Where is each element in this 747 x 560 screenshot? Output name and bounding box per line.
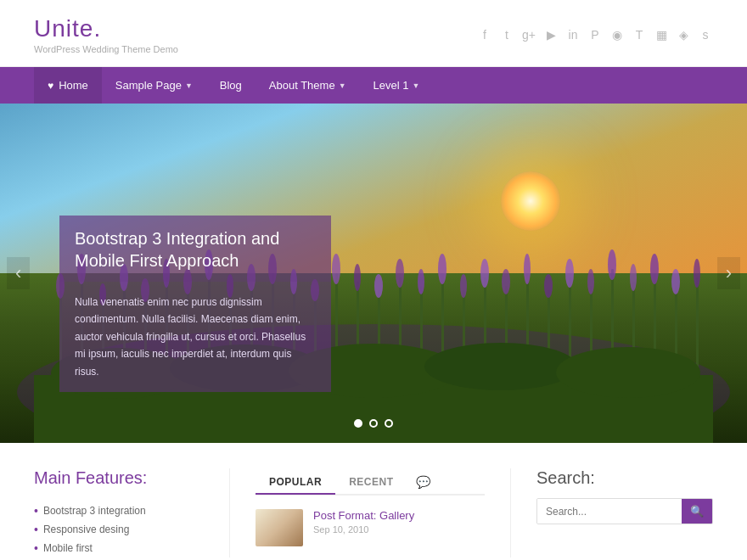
nav-label-level1: Level 1 [374, 79, 409, 92]
tab-recent[interactable]: RECENT [335, 469, 407, 495]
post-title[interactable]: Post Format: Gallery [313, 509, 414, 522]
site-logo[interactable]: Unite. [34, 15, 178, 42]
facebook-icon[interactable]: f [477, 28, 492, 42]
dropdown-arrow-sample: ▼ [185, 81, 193, 90]
pinterest-icon[interactable]: P [587, 28, 603, 42]
features-list: Bootstrap 3 integration Responsive desin… [34, 501, 204, 557]
post-item: Post Format: Gallery Sep 10, 2010 [256, 509, 485, 546]
svg-point-34 [396, 259, 404, 288]
svg-point-52 [587, 269, 594, 294]
slider-next-button[interactable]: › [717, 257, 740, 289]
tumblr-icon[interactable]: T [632, 28, 647, 42]
nav-item-about-theme[interactable]: About Theme ▼ [256, 67, 360, 104]
hero-desc-box: Nulla venenatis enim nec purus dignissim… [59, 282, 331, 392]
svg-point-67 [424, 343, 577, 390]
bottom-content-area: Main Features: Bootstrap 3 integration R… [0, 443, 747, 560]
search-bar: 🔍 [536, 498, 713, 524]
search-input[interactable] [537, 499, 682, 524]
skype-icon[interactable]: s [698, 28, 713, 42]
nav-label-about-theme: About Theme [269, 79, 335, 92]
slider-dot-2[interactable] [369, 419, 378, 428]
svg-point-54 [608, 249, 616, 280]
logo-dot: . [93, 15, 101, 42]
feature-text-1: Bootstrap 3 integration [43, 505, 146, 517]
comments-icon[interactable]: 💬 [407, 468, 439, 494]
svg-point-36 [418, 269, 424, 294]
nav-label-sample-page: Sample Page [115, 79, 182, 92]
nav-label-home: Home [59, 79, 88, 92]
features-column: Main Features: Bootstrap 3 integration R… [34, 468, 229, 557]
linkedin-icon[interactable]: in [565, 28, 581, 42]
slider-prev-button[interactable]: ‹ [7, 257, 30, 289]
search-submit-button[interactable]: 🔍 [682, 499, 712, 524]
logo-text: Unite [34, 15, 93, 42]
feature-text-2: Responsive desing [43, 524, 129, 535]
slider-dot-3[interactable] [385, 419, 393, 428]
nav-item-home[interactable]: ♥ Home [34, 67, 102, 104]
hero-slider: ‹ › Bootstrap 3 Integration and Mobile F… [0, 104, 747, 443]
svg-point-46 [524, 254, 531, 284]
posts-tabs-bar: POPULAR RECENT 💬 [256, 468, 485, 496]
svg-point-48 [544, 274, 553, 298]
youtube-icon[interactable]: ▶ [543, 28, 559, 42]
svg-point-42 [480, 259, 489, 288]
svg-point-60 [671, 269, 680, 294]
nav-item-blog[interactable]: Blog [206, 67, 256, 104]
rss-icon[interactable]: ◉ [609, 28, 625, 42]
instagram-icon[interactable]: ▦ [654, 28, 669, 42]
feature-item-3: Mobile first [34, 539, 204, 557]
post-date: Sep 10, 2010 [313, 524, 414, 535]
main-navigation: ♥ Home Sample Page ▼ Blog About Theme ▼ … [0, 67, 747, 104]
hero-description: Nulla venenatis enim nec purus dignissim… [75, 294, 316, 380]
hero-title-box: Bootstrap 3 Integration and Mobile First… [59, 216, 331, 282]
svg-point-62 [694, 259, 700, 288]
logo-area: Unite. WordPress Wedding Theme Demo [34, 15, 178, 54]
nav-item-sample-page[interactable]: Sample Page ▼ [102, 67, 206, 104]
dropdown-arrow-level1: ▼ [412, 81, 419, 90]
feature-item-2: Responsive desing [34, 520, 204, 539]
dropdown-arrow-about: ▼ [339, 81, 346, 90]
search-widget-title: Search: [536, 468, 713, 488]
svg-point-38 [438, 254, 447, 284]
svg-point-50 [565, 259, 574, 288]
hero-text-overlay: Bootstrap 3 Integration and Mobile First… [59, 216, 331, 392]
feature-text-3: Mobile first [43, 542, 93, 554]
tab-popular[interactable]: POPULAR [256, 469, 335, 495]
svg-point-44 [502, 269, 510, 294]
heart-icon: ♥ [48, 80, 53, 92]
svg-point-58 [650, 254, 659, 284]
post-thumbnail-image [256, 509, 303, 546]
post-info: Post Format: Gallery Sep 10, 2010 [313, 509, 414, 535]
posts-widget-column: POPULAR RECENT 💬 Post Format: Gallery Se… [229, 468, 510, 557]
slider-dots [354, 419, 393, 428]
search-widget-column: Search: 🔍 [510, 468, 713, 557]
hero-title: Bootstrap 3 Integration and Mobile First… [75, 227, 316, 272]
site-header: Unite. WordPress Wedding Theme Demo f t … [0, 0, 747, 67]
googleplus-icon[interactable]: g+ [521, 28, 536, 42]
svg-point-68 [556, 347, 700, 398]
post-thumbnail [256, 509, 303, 546]
social-icons-bar: f t g+ ▶ in P ◉ T ▦ ◈ s [477, 28, 713, 42]
site-tagline: WordPress Wedding Theme Demo [34, 44, 178, 54]
nav-item-level1[interactable]: Level 1 ▼ [360, 67, 434, 104]
twitter-icon[interactable]: t [499, 28, 514, 42]
svg-point-40 [460, 274, 467, 298]
svg-point-30 [354, 264, 361, 291]
svg-point-56 [630, 264, 637, 291]
features-title: Main Features: [34, 468, 204, 488]
dribbble-icon[interactable]: ◈ [676, 28, 691, 42]
slider-dot-1[interactable] [354, 419, 362, 428]
feature-item-1: Bootstrap 3 integration [34, 501, 204, 520]
search-icon: 🔍 [690, 505, 704, 518]
nav-label-blog: Blog [220, 79, 242, 92]
svg-point-32 [374, 274, 383, 298]
svg-point-28 [332, 254, 340, 284]
